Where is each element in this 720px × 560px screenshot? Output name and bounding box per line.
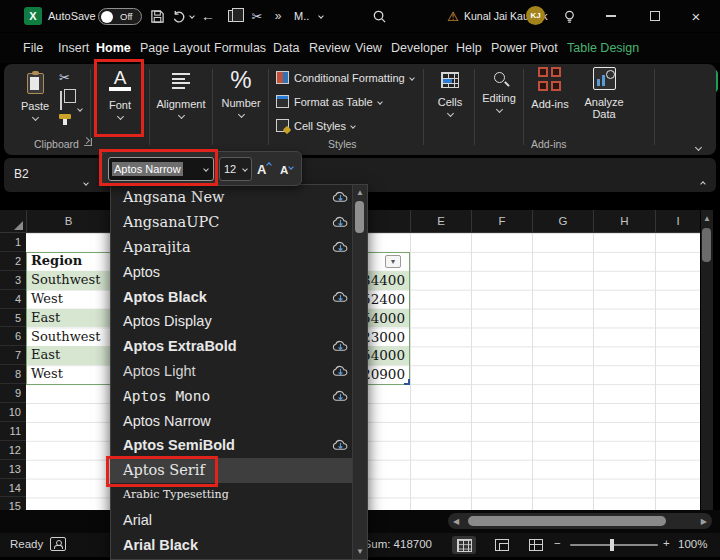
tab-data[interactable]: Data <box>273 33 299 63</box>
minimize-button[interactable] <box>606 15 616 17</box>
row-number[interactable]: 3 <box>0 271 26 290</box>
font-item-aptos-extrabold[interactable]: Aptos ExtraBold <box>111 334 367 359</box>
tab-help[interactable]: Help <box>456 33 482 63</box>
column-header-i[interactable]: I <box>655 210 700 233</box>
scroll-up-arrow[interactable]: ▲ <box>701 214 713 223</box>
cell-b5[interactable]: East <box>27 309 109 328</box>
cut-button[interactable]: ✂ <box>59 70 70 85</box>
tab-review[interactable]: Review <box>309 33 350 63</box>
tab-power-pivot[interactable]: Power Pivot <box>491 33 558 63</box>
row-number[interactable]: 2 <box>0 252 26 271</box>
scroll-right-arrow[interactable]: ▶ <box>701 517 707 526</box>
row-number[interactable]: 5 <box>0 309 26 328</box>
add-ins-button[interactable]: Add-ins <box>525 67 575 110</box>
copy-button[interactable] <box>60 92 62 110</box>
dropdown-scrollbar[interactable]: ▲ ▼ <box>352 185 367 559</box>
font-size-combo[interactable]: 12 <box>219 157 252 181</box>
column-header-h[interactable]: H <box>593 210 655 233</box>
horizontal-scroll-thumb[interactable] <box>468 516 666 526</box>
font-item-arial[interactable]: Arial <box>111 507 367 532</box>
cell-b2[interactable]: Region <box>27 252 109 271</box>
row-number[interactable]: 14 <box>0 479 26 498</box>
dropdown-scroll-down[interactable]: ▼ <box>353 547 367 556</box>
row-number[interactable]: 15 <box>0 497 26 510</box>
editing-button[interactable]: Editing <box>476 68 522 112</box>
zoom-in-button[interactable]: + <box>663 537 670 549</box>
font-item-arial-black[interactable]: Arial Black <box>111 532 367 557</box>
row-number[interactable]: 11 <box>0 422 26 441</box>
conditional-formatting-button[interactable]: Conditional Formatting <box>276 71 414 84</box>
row-number[interactable]: 4 <box>0 290 26 309</box>
increase-font-size-button[interactable]: A <box>257 160 271 178</box>
back-arrow-icon[interactable]: ← <box>199 0 217 32</box>
format-painter-button[interactable] <box>59 114 71 119</box>
font-item-aptos-mono[interactable]: Aptos Mono <box>111 383 367 408</box>
table-filter-button[interactable]: ▾ <box>385 255 401 268</box>
more-commands-icon[interactable]: » <box>271 0 285 32</box>
dropdown-scroll-up[interactable]: ▲ <box>353 188 367 197</box>
paste-button[interactable]: Paste <box>14 68 56 120</box>
name-box-chevron[interactable] <box>84 171 88 189</box>
page-layout-view-button[interactable] <box>490 536 514 554</box>
save-icon[interactable] <box>148 0 166 32</box>
vertical-scroll-thumb[interactable] <box>702 228 711 262</box>
cell-b3[interactable]: Southwest <box>27 271 109 290</box>
cut-icon[interactable]: ✂ <box>248 0 266 32</box>
row-number[interactable]: 6 <box>0 327 26 346</box>
normal-view-button[interactable] <box>452 536 476 554</box>
font-item-aptos[interactable]: Aptos <box>111 259 367 284</box>
tab-developer[interactable]: Developer <box>391 33 448 63</box>
zoom-slider-thumb[interactable] <box>610 539 614 551</box>
font-item-aptos-narrow[interactable]: Aptos Narrow <box>111 408 367 433</box>
cell-b6[interactable]: Southwest <box>27 328 109 347</box>
font-item-aptos-light[interactable]: Aptos Light <box>111 359 367 384</box>
copy-chevron-icon[interactable] <box>78 97 82 115</box>
accessibility-icon[interactable] <box>50 537 66 551</box>
column-header-g[interactable]: G <box>532 210 593 233</box>
font-item-aparajita[interactable]: Aparajita <box>111 235 367 260</box>
tab-table-design[interactable]: Table Design <box>567 33 639 63</box>
tab-view[interactable]: View <box>355 33 382 63</box>
row-number[interactable]: 13 <box>0 460 26 479</box>
warning-icon[interactable]: ⚠ <box>444 0 462 32</box>
name-box[interactable]: B2 <box>14 167 29 181</box>
avatar[interactable]: KJ <box>526 6 545 25</box>
number-button[interactable]: % Number <box>215 66 267 117</box>
table-resize-handle[interactable] <box>404 379 410 385</box>
close-button[interactable]: × <box>688 0 704 32</box>
search-icon[interactable] <box>370 0 388 32</box>
quick-access-chevron[interactable] <box>316 0 326 32</box>
collapse-ribbon-chevron[interactable] <box>696 136 701 154</box>
tab-page-layout[interactable]: Page Layout <box>140 33 210 63</box>
column-header-b[interactable]: B <box>26 210 110 233</box>
zoom-slider-track[interactable] <box>570 544 658 546</box>
cell-styles-button[interactable]: Cell Styles <box>276 119 355 132</box>
font-item-angsana-new[interactable]: Angsana New <box>111 185 367 210</box>
font-item-aptos-display[interactable]: Aptos Display <box>111 309 367 334</box>
page-break-view-button[interactable] <box>524 536 548 554</box>
quick-access-more[interactable]: M.. <box>294 0 309 32</box>
column-header-f[interactable]: F <box>471 210 532 233</box>
row-number[interactable]: 8 <box>0 365 26 384</box>
autosave-toggle[interactable]: Off <box>98 8 142 25</box>
tab-file[interactable]: File <box>23 33 43 63</box>
cell-b4[interactable]: West <box>27 290 109 309</box>
row-number[interactable]: 7 <box>0 346 26 365</box>
alignment-button[interactable]: Alignment <box>153 68 209 118</box>
dropdown-scroll-thumb[interactable] <box>355 201 364 233</box>
zoom-out-button[interactable]: − <box>554 537 561 549</box>
tab-insert[interactable]: Insert <box>58 33 89 63</box>
undo-icon[interactable] <box>170 0 188 32</box>
row-number[interactable]: 12 <box>0 441 26 460</box>
maximize-button[interactable] <box>650 11 660 21</box>
row-number[interactable]: 9 <box>0 384 26 403</box>
scroll-left-arrow[interactable]: ◀ <box>453 517 459 526</box>
cell-b8[interactable]: West <box>27 365 109 384</box>
font-item-aptos-black[interactable]: Aptos Black <box>111 284 367 309</box>
format-as-table-button[interactable]: Format as Table <box>276 95 382 108</box>
column-header-e[interactable]: E <box>410 210 471 233</box>
analyze-data-button[interactable]: Analyze Data <box>578 67 630 120</box>
font-item-aptos-semibold[interactable]: Aptos SemiBold <box>111 433 367 458</box>
decrease-font-size-button[interactable]: A <box>280 160 293 178</box>
zoom-level[interactable]: 100% <box>678 538 707 550</box>
